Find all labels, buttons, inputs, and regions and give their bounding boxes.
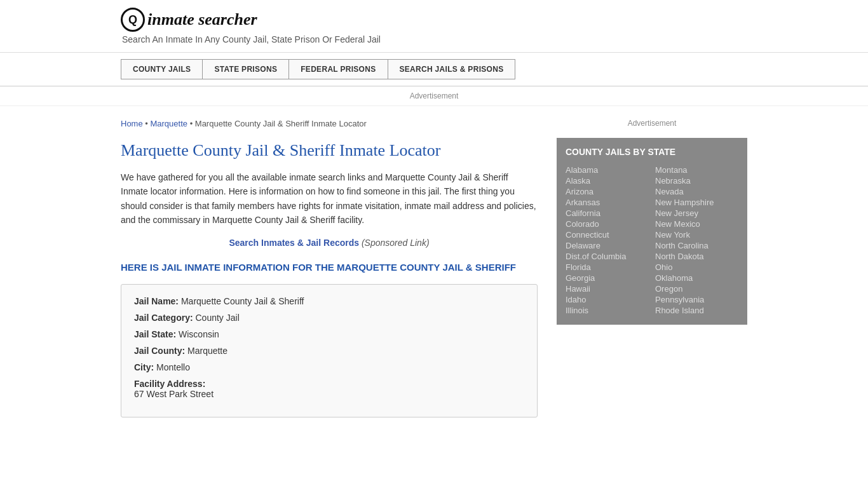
search-inmates-link[interactable]: Search Inmates & Jail Records <box>229 238 359 248</box>
sidebar-ad-label: Advertisement <box>557 112 747 138</box>
logo-area: Q inmate searcher <box>121 8 747 32</box>
state-link[interactable]: Alabama <box>566 165 649 175</box>
jail-info-box: Jail Name: Marquette County Jail & Sheri… <box>121 284 538 417</box>
jail-state-label: Jail State: <box>134 329 176 339</box>
state-link[interactable]: Connecticut <box>566 229 649 240</box>
state-link[interactable]: New Jersey <box>655 208 738 219</box>
state-link[interactable]: Ohio <box>655 262 738 273</box>
state-link[interactable]: New Mexico <box>655 219 738 229</box>
state-link[interactable]: Pennsylvania <box>655 294 738 305</box>
state-link[interactable]: New York <box>655 229 738 240</box>
county-jails-by-state-box: COUNTY JAILS BY STATE AlabamaAlaskaArizo… <box>557 138 747 325</box>
ad-bar: Advertisement <box>0 86 868 106</box>
state-link[interactable]: Arkansas <box>566 197 649 208</box>
state-link[interactable]: North Dakota <box>655 251 738 262</box>
jail-category-value: County Jail <box>195 313 239 323</box>
header: Q inmate searcher Search An Inmate In An… <box>0 0 868 53</box>
state-link[interactable]: Alaska <box>566 175 649 186</box>
jail-city-row: City: Montello <box>134 362 524 372</box>
nav-county-jails[interactable]: COUNTY JAILS <box>121 59 202 79</box>
sidebar: Advertisement COUNTY JAILS BY STATE Alab… <box>550 106 747 430</box>
tagline: Search An Inmate In Any County Jail, Sta… <box>122 34 747 44</box>
state-link[interactable]: Nevada <box>655 186 738 197</box>
jail-category-label: Jail Category: <box>134 313 193 323</box>
states-grid: AlabamaAlaskaArizonaArkansasCaliforniaCo… <box>566 165 738 316</box>
main-layout: Home • Marquette • Marquette County Jail… <box>0 106 868 430</box>
state-link[interactable]: Montana <box>655 165 738 175</box>
jail-address-label: Facility Address: <box>134 379 205 389</box>
county-jails-title: COUNTY JAILS BY STATE <box>566 147 738 157</box>
state-link[interactable]: Colorado <box>566 219 649 229</box>
state-link[interactable]: Georgia <box>566 273 649 283</box>
state-link[interactable]: Idaho <box>566 294 649 305</box>
nav-federal-prisons[interactable]: FEDERAL PRISONS <box>288 59 387 79</box>
states-right-column: MontanaNebraskaNevadaNew HampshireNew Je… <box>655 165 738 316</box>
jail-name-value: Marquette County Jail & Sheriff <box>181 296 304 306</box>
nav-search-jails[interactable]: SEARCH JAILS & PRISONS <box>388 59 516 79</box>
state-link[interactable]: Oklahoma <box>655 273 738 283</box>
description: We have gathered for you all the availab… <box>121 170 538 227</box>
sponsored-label: (Sponsored Link) <box>362 238 430 248</box>
breadcrumb-current: Marquette County Jail & Sheriff Inmate L… <box>195 119 367 128</box>
state-link[interactable]: Delaware <box>566 240 649 251</box>
content-area: Home • Marquette • Marquette County Jail… <box>121 106 550 430</box>
jail-address-row: Facility Address: 67 West Park Street <box>134 379 524 399</box>
page-title: Marquette County Jail & Sheriff Inmate L… <box>121 141 538 160</box>
state-link[interactable]: Oregon <box>655 283 738 294</box>
state-link[interactable]: Dist.of Columbia <box>566 251 649 262</box>
jail-state-value: Wisconsin <box>179 329 219 339</box>
jail-city-label: City: <box>134 362 154 372</box>
logo-icon: Q <box>121 8 145 32</box>
jail-county-label: Jail County: <box>134 346 185 356</box>
states-left-column: AlabamaAlaskaArizonaArkansasCaliforniaCo… <box>566 165 649 316</box>
state-link[interactable]: Florida <box>566 262 649 273</box>
nav-state-prisons[interactable]: STATE PRISONS <box>202 59 288 79</box>
jail-county-value: Marquette <box>187 346 227 356</box>
jail-name-label: Jail Name: <box>134 296 179 306</box>
jail-address-value: 67 West Park Street <box>134 389 524 399</box>
nav: COUNTY JAILS STATE PRISONS FEDERAL PRISO… <box>0 53 868 86</box>
state-link[interactable]: Rhode Island <box>655 305 738 316</box>
state-link[interactable]: Nebraska <box>655 175 738 186</box>
jail-category-row: Jail Category: County Jail <box>134 313 524 323</box>
state-link[interactable]: North Carolina <box>655 240 738 251</box>
search-link-area: Search Inmates & Jail Records (Sponsored… <box>121 238 538 248</box>
breadcrumb-marquette[interactable]: Marquette <box>150 119 187 128</box>
jail-name-row: Jail Name: Marquette County Jail & Sheri… <box>134 296 524 306</box>
state-link[interactable]: New Hampshire <box>655 197 738 208</box>
breadcrumb-home[interactable]: Home <box>121 119 143 128</box>
state-link[interactable]: California <box>566 208 649 219</box>
state-link[interactable]: Arizona <box>566 186 649 197</box>
section-heading: HERE IS JAIL INMATE INFORMATION FOR THE … <box>121 261 538 274</box>
jail-county-row: Jail County: Marquette <box>134 346 524 356</box>
logo-text: inmate searcher <box>147 10 257 29</box>
breadcrumb: Home • Marquette • Marquette County Jail… <box>121 119 538 128</box>
jail-city-value: Montello <box>156 362 190 372</box>
state-link[interactable]: Illinois <box>566 305 649 316</box>
jail-state-row: Jail State: Wisconsin <box>134 329 524 339</box>
state-link[interactable]: Hawaii <box>566 283 649 294</box>
